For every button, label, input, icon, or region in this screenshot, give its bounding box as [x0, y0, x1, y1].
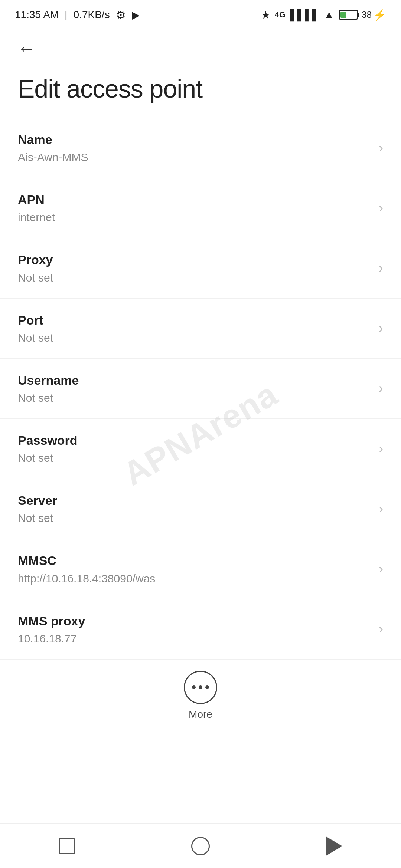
settings-label-username: Username [18, 372, 371, 388]
bluetooth-icon: ★ [261, 9, 270, 21]
back-nav-icon [326, 836, 342, 856]
back-arrow-icon: ← [17, 38, 35, 59]
settings-item-server[interactable]: Server Not set › [0, 479, 401, 539]
bottom-nav-bar [0, 823, 401, 868]
nav-home-button[interactable] [186, 831, 215, 861]
settings-icon: ⚙ [116, 9, 126, 22]
status-bar: 11:35 AM | 0.7KB/s ⚙ ▶ ★ 4G ▌▌▌▌ ▲ 38 ⚡ [0, 0, 401, 30]
settings-value-proxy: Not set [18, 270, 371, 285]
battery-indicator: 38 ⚡ [339, 9, 386, 21]
settings-value-mms-proxy: 10.16.18.77 [18, 631, 371, 646]
recent-apps-icon [59, 838, 75, 854]
settings-item-username[interactable]: Username Not set › [0, 359, 401, 419]
settings-value-mmsc: http://10.16.18.4:38090/was [18, 571, 371, 586]
top-navigation: ← [0, 30, 401, 67]
settings-value-apn: internet [18, 210, 371, 224]
signal-icon: ▌▌▌▌ [290, 9, 319, 21]
nav-recent-apps-button[interactable] [52, 831, 82, 861]
settings-label-password: Password [18, 432, 371, 448]
more-button[interactable] [184, 671, 217, 704]
settings-label-proxy: Proxy [18, 251, 371, 268]
time-display: 11:35 AM [15, 9, 59, 21]
settings-value-name: Ais-Awn-MMS [18, 150, 371, 164]
back-button[interactable]: ← [13, 35, 39, 61]
settings-label-mmsc: MMSC [18, 552, 371, 569]
video-icon: ▶ [132, 9, 140, 21]
settings-value-username: Not set [18, 391, 371, 405]
status-left: 11:35 AM | 0.7KB/s ⚙ ▶ [15, 9, 140, 22]
chevron-icon-proxy: › [379, 260, 383, 276]
chevron-icon-name: › [379, 140, 383, 156]
settings-item-mmsc[interactable]: MMSC http://10.16.18.4:38090/was › [0, 539, 401, 599]
charging-icon: ⚡ [373, 9, 386, 21]
settings-label-port: Port [18, 312, 371, 328]
speed-display: 0.7KB/s [74, 9, 110, 21]
settings-item-mms-proxy[interactable]: MMS proxy 10.16.18.77 › [0, 599, 401, 660]
more-section: More [0, 660, 401, 731]
network-4g-icon: 4G [275, 10, 286, 20]
settings-label-mms-proxy: MMS proxy [18, 613, 371, 629]
page-title: Edit access point [0, 67, 401, 118]
chevron-icon-port: › [379, 320, 383, 336]
chevron-icon-username: › [379, 381, 383, 396]
more-label: More [189, 708, 212, 720]
status-right: ★ 4G ▌▌▌▌ ▲ 38 ⚡ [261, 9, 386, 21]
settings-list: Name Ais-Awn-MMS › APN internet › Proxy … [0, 118, 401, 660]
chevron-icon-mms-proxy: › [379, 621, 383, 637]
home-icon [191, 837, 210, 855]
chevron-icon-server: › [379, 501, 383, 517]
settings-value-port: Not set [18, 331, 371, 345]
separator: | [65, 9, 67, 21]
settings-item-proxy[interactable]: Proxy Not set › [0, 238, 401, 298]
settings-label-name: Name [18, 131, 371, 148]
settings-label-apn: APN [18, 191, 371, 208]
settings-value-password: Not set [18, 451, 371, 465]
chevron-icon-mmsc: › [379, 561, 383, 577]
settings-item-name[interactable]: Name Ais-Awn-MMS › [0, 118, 401, 178]
settings-item-password[interactable]: Password Not set › [0, 419, 401, 479]
settings-label-server: Server [18, 492, 371, 509]
chevron-icon-apn: › [379, 200, 383, 216]
nav-back-button[interactable] [319, 831, 349, 861]
battery-percent: 38 [362, 10, 372, 20]
main-content: Edit access point Name Ais-Awn-MMS › APN… [0, 67, 401, 776]
settings-item-apn[interactable]: APN internet › [0, 178, 401, 238]
wifi-icon: ▲ [324, 9, 335, 21]
settings-item-port[interactable]: Port Not set › [0, 299, 401, 359]
more-dots-icon [192, 685, 209, 689]
chevron-icon-password: › [379, 441, 383, 457]
settings-value-server: Not set [18, 511, 371, 525]
